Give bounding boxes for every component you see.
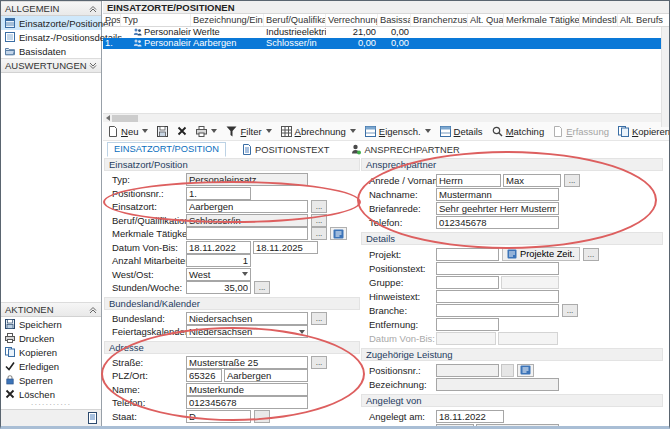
gruppe-input[interactable] xyxy=(436,276,499,289)
table-row-selected[interactable]: 1. Personaleinsatz Aarbergen Schlosser/i… xyxy=(103,38,669,49)
dropdown-arrow-icon[interactable] xyxy=(211,129,217,133)
chevron-up-icon[interactable] xyxy=(89,306,97,314)
col-pos[interactable]: Pos... xyxy=(103,14,121,26)
merkmale-browse-button[interactable]: ... xyxy=(311,227,327,240)
save-button[interactable] xyxy=(157,126,168,137)
matching-button[interactable]: Matching xyxy=(492,126,545,137)
anzahl-input[interactable] xyxy=(186,254,251,267)
leistung-open-button[interactable] xyxy=(517,364,534,377)
eigenschaften-button[interactable]: Eigensch. xyxy=(365,126,431,137)
tab-einsatzort-position[interactable]: EINSATZORT/POSITION xyxy=(107,142,226,157)
sidebar-resize-dots[interactable]: ··········· xyxy=(1,401,101,409)
delete-button[interactable] xyxy=(177,126,187,136)
sidebar-section-aktionen[interactable]: AKTIONEN xyxy=(1,302,101,317)
details-button[interactable]: Details xyxy=(440,126,483,137)
bundesland-input[interactable] xyxy=(186,312,308,325)
action-kopieren[interactable]: Kopieren xyxy=(1,345,101,359)
col-alt-berufsbez[interactable]: Alt. Berufsbez. xyxy=(618,14,663,26)
stunden-input[interactable] xyxy=(186,281,251,294)
hinweistext-input[interactable] xyxy=(436,290,559,303)
positionsnr-input[interactable] xyxy=(186,187,251,200)
ort-input[interactable] xyxy=(224,369,308,382)
table-row[interactable]: Personaleinsatz Werlte Industrieelektrik… xyxy=(103,27,669,38)
anrede-input[interactable] xyxy=(436,174,501,187)
sidebar-bottom-bar xyxy=(1,409,101,426)
chevron-up-icon[interactable] xyxy=(89,5,97,13)
new-button[interactable]: Neu xyxy=(108,126,148,137)
col-verrechnungssatz[interactable]: Verrechnungssatz xyxy=(326,14,378,26)
positionstext-input[interactable] xyxy=(436,262,559,275)
save-icon xyxy=(5,319,15,329)
west-ost-select[interactable]: West xyxy=(186,268,251,281)
action-speichern[interactable]: Speichern xyxy=(1,317,101,331)
dropdown-arrow-icon[interactable] xyxy=(425,129,431,133)
action-drucken[interactable]: Drucken xyxy=(1,331,101,345)
nachname-input[interactable] xyxy=(436,188,559,201)
staat-browse-button[interactable]: ... xyxy=(254,410,270,423)
ap-telefon-input[interactable] xyxy=(436,216,559,229)
abrechnung-button[interactable]: Abrechnung xyxy=(281,126,356,137)
name-input[interactable] xyxy=(186,383,308,396)
bundesland-browse-button[interactable]: ... xyxy=(311,312,327,325)
sidebar-section-auswertungen[interactable]: AUSWERTUNGEN xyxy=(1,58,101,73)
scrollbar-thumb[interactable] xyxy=(112,115,138,122)
kopieren-button[interactable]: Kopieren xyxy=(618,126,670,137)
tab-ansprechpartner[interactable]: ANSPRECHPARTNER xyxy=(345,143,465,157)
col-alt-quali[interactable]: Alt. Quali... xyxy=(468,14,504,26)
dropdown-arrow-icon[interactable] xyxy=(266,129,272,133)
sidebar-section-allgemein[interactable]: ALLGEMEIN xyxy=(1,1,101,16)
telefon-input[interactable] xyxy=(186,396,308,409)
action-loeschen[interactable]: Löschen xyxy=(1,387,101,401)
tab-positionstext[interactable]: POSITIONSTEXT xyxy=(236,143,335,157)
beruf-browse-button[interactable]: ... xyxy=(311,214,327,227)
col-basissatz[interactable]: Basissatz xyxy=(378,14,411,26)
stunden-browse-button[interactable]: ... xyxy=(254,281,270,294)
dropdown-arrow-icon[interactable] xyxy=(142,129,148,133)
angelegt-am-input[interactable] xyxy=(436,410,504,423)
einsatzort-browse-button[interactable]: ... xyxy=(311,200,327,213)
document-shortcut-icon[interactable] xyxy=(87,412,98,424)
staat-input[interactable] xyxy=(186,410,251,423)
strasse-input[interactable] xyxy=(186,356,308,369)
datum-von-input[interactable] xyxy=(186,241,251,254)
projekt-input[interactable] xyxy=(436,248,499,261)
col-merkmale[interactable]: Merkmale Tätigkeit xyxy=(504,14,580,26)
sidebar-item-einsatz-positionsdetails[interactable]: Einsatz-/Positionsdetails xyxy=(1,30,101,44)
print-button[interactable] xyxy=(196,126,217,137)
briefanrede-input[interactable] xyxy=(436,202,559,215)
col-branchenzuschlaege[interactable]: Branchenzuschläge xyxy=(411,14,468,26)
vertical-scrollbar[interactable] xyxy=(661,27,669,127)
plz-input[interactable] xyxy=(186,369,222,382)
col-bezeichnung[interactable]: Bezeichnung/Einsatzort xyxy=(191,14,264,26)
datum-bis-input[interactable] xyxy=(253,241,318,254)
scroll-left-arrow[interactable] xyxy=(103,114,112,123)
merkmale-input[interactable] xyxy=(186,227,308,240)
entfernung-input[interactable] xyxy=(436,318,499,331)
branche-input[interactable] xyxy=(436,304,559,317)
merkmale-view-button[interactable] xyxy=(330,227,347,240)
action-erledigen[interactable]: Erledigen xyxy=(1,359,101,373)
search-icon xyxy=(492,126,503,137)
horizontal-scrollbar[interactable] xyxy=(103,113,669,122)
projekte-zeit-button[interactable]: Projekte Zeit. xyxy=(502,247,580,261)
sidebar-item-einsatzorte-positionen[interactable]: Einsatzorte/Positionen xyxy=(1,16,101,30)
col-typ[interactable]: Typ xyxy=(121,14,191,26)
projekt-browse-button[interactable]: ... xyxy=(583,248,599,261)
sidebar-item-basisdaten[interactable]: Basisdaten xyxy=(1,44,101,58)
branche-browse-button[interactable]: ... xyxy=(562,304,578,317)
field-west-ost: West/Ost: West xyxy=(104,268,360,282)
action-sperren[interactable]: Sperren xyxy=(1,373,101,387)
col-beruf[interactable]: Beruf/Qualifikation xyxy=(264,14,326,26)
chevron-down-icon[interactable] xyxy=(89,62,97,70)
ansprechpartner-browse-button[interactable]: ... xyxy=(564,174,580,187)
strasse-browse-button[interactable]: ... xyxy=(311,356,327,369)
filter-button[interactable]: Filter xyxy=(226,126,271,137)
vorname-input[interactable] xyxy=(503,174,561,187)
col-mindestlohn[interactable]: Mindestlohn xyxy=(580,14,618,26)
feiertagskalender-select[interactable]: Niedersachsen xyxy=(186,325,308,338)
cell-mindestlohn xyxy=(580,27,618,38)
field-entfernung: Entfernung: xyxy=(361,317,663,331)
dropdown-arrow-icon[interactable] xyxy=(350,129,356,133)
einsatzort-input[interactable] xyxy=(186,200,308,213)
field-label: Entfernung: xyxy=(369,319,436,330)
